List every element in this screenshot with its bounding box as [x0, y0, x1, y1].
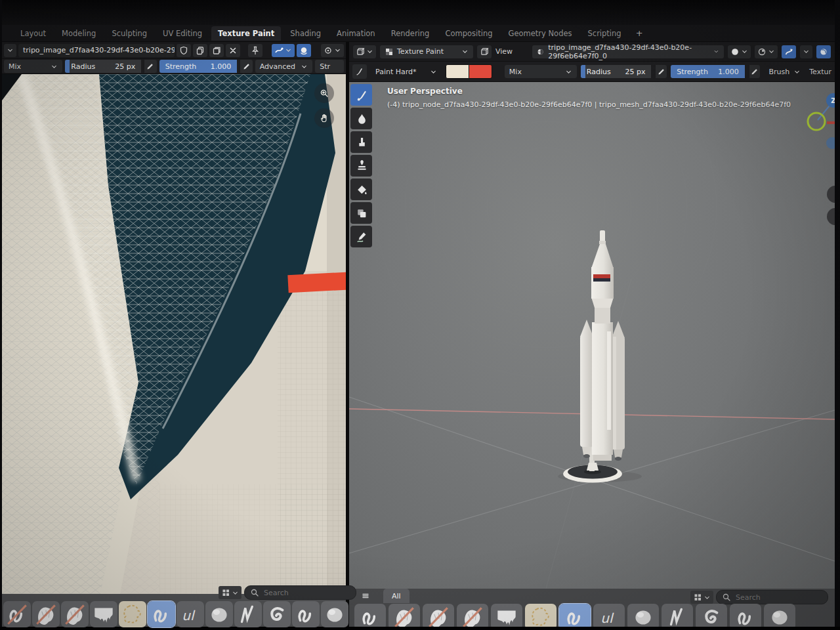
uv-edit-toggle[interactable]	[272, 44, 295, 57]
workspace-tab-shading[interactable]: Shading	[284, 26, 327, 41]
primary-color-swatch[interactable]	[446, 64, 469, 79]
brush-select[interactable]: Paint Hard*	[371, 65, 442, 78]
brush-asset-outline-dashed[interactable]	[119, 601, 146, 627]
splat-brush-preview	[388, 604, 420, 630]
advanced-dropdown[interactable]: Advanced	[255, 60, 313, 73]
unlink-image-button[interactable]	[226, 44, 240, 57]
radius-edit-button[interactable]	[144, 60, 156, 73]
workspace-tab-compositing[interactable]: Compositing	[438, 26, 499, 41]
workspace-tab-layout[interactable]: Layout	[14, 26, 52, 41]
brush-asset-swirl[interactable]	[263, 601, 291, 627]
gizmos-button[interactable]	[755, 45, 778, 58]
brush-panel-toggle[interactable]: Brush	[764, 65, 805, 78]
brush-asset-squiggle-selected[interactable]	[148, 601, 175, 627]
brush-asset-script[interactable]: ul	[177, 601, 204, 627]
brush-asset-splat-disabled[interactable]	[388, 604, 420, 630]
texture-panel-toggle[interactable]: Textur	[809, 68, 831, 76]
brush-asset-blob[interactable]	[321, 601, 348, 627]
brush-asset-outline-dashed[interactable]	[525, 604, 556, 630]
soften-tool-button[interactable]	[350, 108, 372, 129]
brush-asset-squiggle-disabled[interactable]	[3, 601, 31, 627]
brush-asset-swirl[interactable]	[696, 604, 727, 630]
fill-tool-button[interactable]	[350, 178, 372, 200]
clone-tool-button[interactable]	[350, 155, 372, 177]
pack-image-button[interactable]	[209, 44, 224, 57]
mask-tool-button[interactable]	[350, 202, 372, 224]
vp-blend-mode-select[interactable]: Mix	[505, 65, 577, 78]
blend-mode-select[interactable]: Mix	[4, 60, 62, 73]
workspace-tab-modeling[interactable]: Modeling	[55, 26, 102, 41]
viewport-canvas[interactable]: User Perspective (-4) tripo_node_d7faa43…	[349, 82, 835, 589]
workspace-tab-scripting[interactable]: Scripting	[581, 26, 628, 41]
pivot-menu[interactable]	[321, 44, 344, 57]
new-image-button[interactable]	[193, 44, 207, 57]
workspace-tab-rendering[interactable]: Rendering	[385, 26, 436, 41]
browse-image-button[interactable]	[4, 44, 16, 57]
view-menu[interactable]: View	[495, 47, 513, 56]
view-axis-gizmo[interactable]: Z	[808, 93, 835, 149]
workspace-tab-texture-paint[interactable]: Texture Paint	[211, 26, 281, 41]
editor-type-button[interactable]	[353, 45, 376, 58]
shelf-menu-button[interactable]	[357, 590, 374, 602]
color-swatch[interactable]	[446, 64, 492, 79]
brush-asset-splat-disabled[interactable]	[423, 604, 454, 630]
chevron-down-icon	[301, 63, 308, 70]
blender-screen: LayoutModelingSculptingUV EditingTexture…	[0, 0, 840, 630]
brush-asset-splat-disabled[interactable]	[32, 601, 60, 627]
smear-tool-button[interactable]	[350, 131, 372, 153]
brush-asset-zigzag[interactable]	[234, 601, 262, 627]
snapping-button[interactable]	[782, 45, 796, 58]
brush-asset-script[interactable]: ul	[593, 604, 625, 630]
vp-radius-slider[interactable]: Radius25 px	[581, 65, 652, 78]
vp-radius-edit-button[interactable]	[655, 65, 667, 78]
radius-slider[interactable]: Radius25 px	[65, 60, 141, 73]
strength-slider[interactable]: Strength1.000	[159, 60, 238, 73]
brush-asset-blob[interactable]	[205, 601, 233, 627]
shelf-search-input[interactable]	[262, 588, 350, 598]
brush-asset-blob[interactable]	[627, 604, 659, 630]
strength-edit-button[interactable]	[240, 60, 252, 73]
workspace-tab-geometry-nodes[interactable]: Geometry Nodes	[502, 26, 579, 41]
vp-shelf-search-input[interactable]	[734, 593, 822, 602]
vp-shelf-view-mode-button[interactable]	[690, 591, 713, 604]
brush-asset-squiggle[interactable]	[730, 604, 761, 630]
annotate-tool-button[interactable]	[350, 226, 372, 247]
workspace-tab-sculpting[interactable]: Sculpting	[105, 26, 154, 41]
brush-asset-squiggle[interactable]	[354, 604, 386, 630]
display-channels-button[interactable]	[728, 45, 751, 58]
image-datablock-name[interactable]: tripo_image_d7faa430-29df-43e0-b20e-29f6…	[18, 44, 175, 57]
object-menu-button[interactable]	[477, 45, 492, 58]
brush-asset-blob[interactable]	[764, 604, 795, 630]
fake-user-button[interactable]	[177, 44, 191, 57]
secondary-color-swatch[interactable]	[469, 64, 492, 79]
vp-strength-edit-button[interactable]	[749, 65, 761, 78]
brush-asset-splat-disabled[interactable]	[457, 604, 488, 630]
add-workspace-button[interactable]: +	[631, 27, 648, 39]
brush-asset-drip[interactable]	[90, 601, 117, 627]
workspace-tab-animation[interactable]: Animation	[330, 26, 382, 41]
pan-gizmo[interactable]	[314, 108, 334, 128]
shelf-tab-all[interactable]: All	[383, 589, 410, 603]
draw-tool-button[interactable]	[350, 84, 372, 106]
brush-asset-zigzag[interactable]	[662, 604, 693, 630]
brush-asset-drip[interactable]	[491, 604, 522, 630]
pin-button[interactable]	[248, 44, 262, 57]
brush-preview-button[interactable]	[352, 64, 367, 79]
workspace-tab-uv-editing[interactable]: UV Editing	[156, 26, 209, 41]
blob-brush-preview	[764, 604, 795, 630]
brush-asset-squiggle-selected[interactable]	[559, 604, 591, 630]
mode-select[interactable]: Texture Paint	[380, 45, 473, 58]
brush-asset-squiggle[interactable]	[292, 601, 320, 627]
image-display-toggle[interactable]	[297, 44, 311, 57]
texture-slot-select[interactable]: tripo_image_d7faa430-29df-43e0-b20e-29f6…	[532, 45, 724, 58]
snapping-menu[interactable]	[800, 45, 812, 58]
zoom-gizmo[interactable]	[314, 83, 334, 103]
overlays-button[interactable]	[816, 45, 831, 58]
vp-strength-slider[interactable]: Strength1.000	[671, 65, 744, 78]
chevron-down-icon	[793, 68, 801, 75]
brush-asset-splat-disabled[interactable]	[61, 601, 89, 627]
uv-image-canvas[interactable]	[2, 74, 346, 594]
stroke-panel-cut[interactable]: Str	[315, 60, 344, 73]
rocket-model[interactable]	[563, 230, 625, 483]
shelf-view-mode-button[interactable]	[219, 586, 242, 599]
